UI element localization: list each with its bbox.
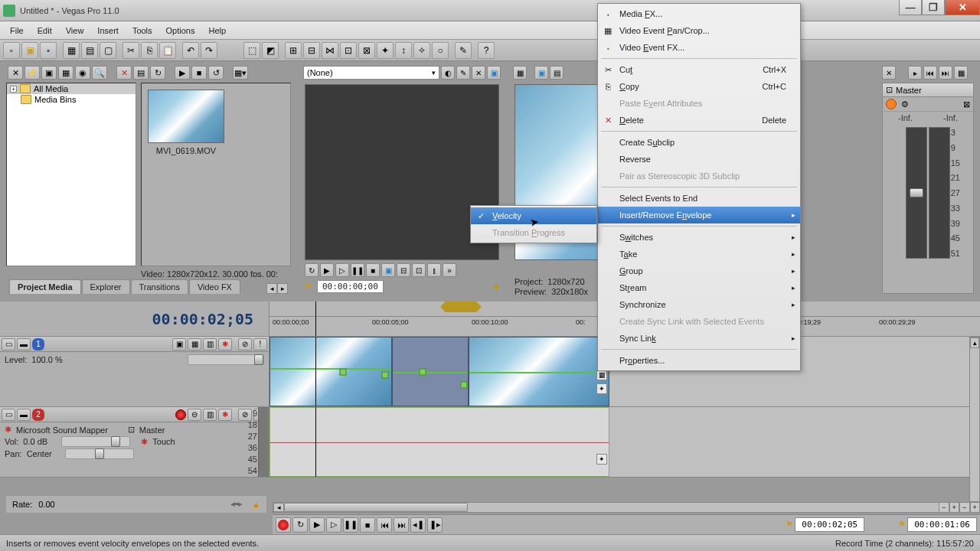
touch-label[interactable]: Touch [152, 437, 175, 446]
tree-all-media[interactable]: +All Media [7, 83, 136, 94]
sub-velocity[interactable]: ✓Velocity [471, 207, 596, 224]
envelope-point[interactable] [461, 382, 468, 389]
more-icon[interactable]: » [443, 263, 456, 277]
flag-icon[interactable]: ⚑ [305, 282, 312, 292]
minimize-track-icon[interactable]: ▭ [2, 409, 15, 421]
event-fx-icon[interactable]: ✦ [596, 454, 607, 465]
autoripple-icon[interactable]: ⊡ [340, 42, 357, 59]
fx1-icon[interactable]: ◐ [441, 66, 455, 80]
scroll-thumb[interactable] [284, 503, 468, 512]
selection-time-field[interactable]: 00:00:01:06 [907, 517, 977, 532]
mute-icon[interactable]: ⊠ [963, 99, 970, 109]
media-item[interactable]: MVI_0619.MOV [148, 90, 224, 155]
next-frame[interactable]: ❚▸ [427, 517, 443, 533]
pause-button[interactable]: ❚❚ [343, 517, 358, 533]
gear-icon[interactable] [886, 99, 897, 109]
snap2-icon[interactable]: ⊟ [303, 42, 320, 59]
undo-icon[interactable]: ↶ [182, 42, 199, 59]
refresh-icon[interactable]: ↻ [150, 66, 165, 80]
envelope-point[interactable] [339, 368, 346, 375]
minimize-track-icon[interactable]: ▭ [2, 338, 15, 350]
play-from-start[interactable]: ▶ [309, 517, 325, 533]
play-icon[interactable]: ▶ [175, 66, 190, 80]
ctx-pan-crop[interactable]: ▦Video Event Pan/Crop... [598, 22, 800, 39]
mapper-label[interactable]: Microsoft Sound Mapper [16, 425, 108, 435]
props2-icon[interactable]: ▤ [133, 66, 149, 80]
tree-media-bins[interactable]: Media Bins [7, 94, 136, 105]
quality-icon[interactable]: ▦ [513, 66, 527, 80]
views-icon[interactable]: ▦▾ [233, 66, 248, 80]
ctx-stream[interactable]: Stream▸ [598, 279, 800, 296]
auto-icon[interactable]: ✱ [218, 338, 232, 350]
help-icon[interactable]: ? [478, 42, 495, 59]
split-icon[interactable]: ✧ [413, 42, 430, 59]
media-content[interactable]: MVI_0619.MOV [141, 83, 291, 266]
fx-close-icon[interactable]: ✕ [472, 66, 485, 80]
get-media-icon[interactable]: ◉ [75, 66, 90, 80]
tab-project-media[interactable]: Project Media [9, 279, 81, 294]
ctx-delete[interactable]: ✕DeleteDelete [598, 112, 800, 129]
prev-frame[interactable]: ◂❚ [410, 517, 426, 533]
maximize-track-icon[interactable]: ▬ [17, 338, 31, 350]
lock-icon[interactable]: ⊠ [358, 42, 375, 59]
pan-crop-icon[interactable]: ▦ [596, 370, 607, 380]
pan-slider[interactable] [65, 448, 134, 459]
envelope-point[interactable] [382, 371, 389, 378]
prev-bus-icon[interactable]: ⏮ [923, 66, 937, 80]
cut-icon[interactable]: ✂ [122, 42, 139, 59]
props-icon[interactable]: ▤ [81, 42, 98, 59]
vol-slider[interactable] [61, 436, 130, 447]
menu-help[interactable]: Help [201, 24, 233, 37]
mark-icon[interactable]: ⊡ [412, 263, 426, 277]
region-icon[interactable]: ⫿ [427, 263, 441, 277]
doc-icon[interactable]: ▢ [100, 42, 116, 59]
stop-button[interactable]: ■ [360, 517, 375, 533]
redo-icon[interactable]: ↷ [201, 42, 217, 59]
ext2-icon[interactable]: ▣ [534, 66, 548, 80]
menu-tools[interactable]: Tools [126, 24, 159, 37]
video-clip[interactable] [270, 337, 392, 406]
mixer-close-icon[interactable]: ✕ [882, 66, 896, 80]
tab-video-fx[interactable]: Video FX [189, 279, 240, 294]
track-number[interactable]: 1 [32, 338, 44, 350]
sub-icon[interactable]: ⊟ [397, 263, 410, 277]
level-slider[interactable] [188, 354, 264, 365]
ctx-sync-link[interactable]: Sync Link▸ [598, 330, 800, 347]
trimmer-time[interactable]: 00:00:00;00 [317, 280, 384, 293]
flag3-icon[interactable]: ⚑ [898, 520, 906, 530]
event-fx-icon[interactable]: ✦ [596, 383, 607, 394]
record-button[interactable] [276, 517, 291, 533]
ctx-copy[interactable]: ⎘CopyCtrl+C [598, 78, 800, 95]
meter-left[interactable] [906, 127, 927, 259]
lightning-icon[interactable]: ⚡ [24, 66, 40, 80]
normal-icon[interactable]: ↕ [395, 42, 412, 59]
snap-icon[interactable]: ⊞ [285, 42, 302, 59]
close-button[interactable]: ✕ [945, 0, 980, 15]
timeline-vscroll[interactable]: ▴ [969, 337, 980, 502]
video-clip[interactable]: ▦ ✦ [469, 337, 609, 406]
play-from-icon[interactable]: ▶ [320, 263, 334, 277]
fx-icon[interactable]: ▥ [203, 338, 217, 350]
auto2-icon[interactable]: ✱ [218, 409, 232, 421]
ctx-synchronize[interactable]: Synchronize▸ [598, 296, 800, 313]
bypass-icon[interactable]: ▣ [172, 338, 186, 350]
media-tree[interactable]: +All Media Media Bins [6, 83, 136, 266]
open-icon[interactable]: ▣ [21, 42, 38, 59]
mute-icon[interactable]: ⊘ [238, 338, 252, 350]
video-clip-selected[interactable] [392, 337, 469, 406]
close-panel-icon[interactable]: ✕ [8, 66, 23, 80]
pause-icon[interactable]: ❚❚ [351, 263, 364, 277]
meter-right[interactable]: 3915 212733 394551 [929, 127, 950, 259]
zoom-plus[interactable]: + [949, 502, 960, 513]
fx2-icon[interactable]: ▥ [203, 409, 217, 421]
ctx-group[interactable]: Group▸ [598, 262, 800, 279]
maximize-track-icon[interactable]: ▬ [17, 409, 31, 421]
next-bus-icon[interactable]: ⏭ [939, 66, 952, 80]
play-button[interactable]: ▷ [326, 517, 341, 533]
zoom-vplus[interactable]: + [970, 502, 981, 513]
cursor-time-field[interactable]: 00:00:02;05 [795, 517, 864, 532]
tab-explorer[interactable]: Explorer [82, 279, 130, 294]
fx2-icon[interactable]: ✎ [456, 66, 470, 80]
ctx-media-fx[interactable]: ⬩Media FX... [598, 5, 800, 22]
crossfade-icon[interactable]: ⋈ [322, 42, 338, 59]
